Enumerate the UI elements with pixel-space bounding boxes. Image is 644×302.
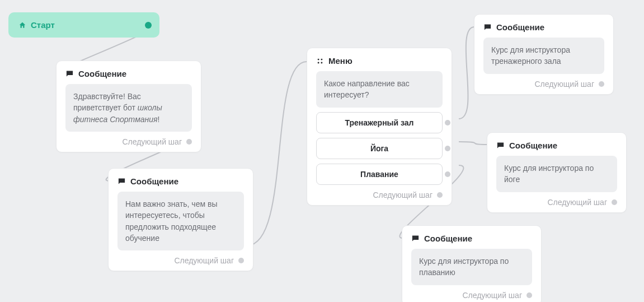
menu-option-gym[interactable]: Тренажерный зал bbox=[316, 112, 443, 133]
node-header: Сообщение bbox=[483, 22, 604, 32]
menu-option-row-yoga: Йога bbox=[316, 138, 443, 159]
out-port[interactable] bbox=[527, 292, 532, 298]
node-title: Меню bbox=[328, 56, 352, 66]
node-header: Меню bbox=[316, 56, 443, 66]
next-step[interactable]: Следующий шаг bbox=[316, 191, 443, 199]
next-step[interactable]: Следующий шаг bbox=[65, 137, 192, 146]
next-step[interactable]: Следующий шаг bbox=[496, 198, 617, 207]
option-out-port[interactable] bbox=[445, 120, 450, 126]
out-port[interactable] bbox=[437, 192, 443, 198]
message-bubble: Здравствуйте! Вас приветствует бот школы… bbox=[65, 84, 192, 132]
svg-point-1 bbox=[321, 58, 322, 60]
node-title: Сообщение bbox=[78, 69, 126, 78]
home-icon bbox=[18, 21, 26, 29]
message-icon bbox=[117, 177, 126, 185]
next-step-label: Следующий шаг bbox=[373, 191, 433, 199]
message-bubble: Нам важно знать, чем вы интересуетесь, ч… bbox=[117, 192, 244, 250]
next-step[interactable]: Следующий шаг bbox=[483, 80, 604, 89]
node-header: Сообщение bbox=[117, 176, 244, 186]
out-port[interactable] bbox=[238, 258, 244, 263]
out-port[interactable] bbox=[186, 139, 192, 145]
message-node-swim[interactable]: Сообщение Курс для инструктора по плаван… bbox=[402, 225, 542, 302]
next-step-label: Следующий шаг bbox=[122, 137, 182, 146]
menu-prompt: Какое направление вас интересует? bbox=[316, 71, 443, 108]
menu-option-row-gym: Тренажерный зал bbox=[316, 112, 443, 133]
svg-point-3 bbox=[321, 62, 322, 63]
node-title: Сообщение bbox=[509, 141, 557, 150]
next-step[interactable]: Следующий шаг bbox=[117, 256, 244, 265]
message-bubble: Курс для инструктора по плаванию bbox=[411, 249, 532, 285]
menu-option-yoga[interactable]: Йога bbox=[316, 138, 443, 159]
start-label: Старт bbox=[31, 20, 55, 30]
start-node[interactable]: Старт bbox=[8, 12, 159, 38]
message-node-gym[interactable]: Сообщение Курс для инструктора тренажерн… bbox=[474, 14, 614, 95]
message-icon bbox=[496, 141, 505, 150]
option-out-port[interactable] bbox=[445, 146, 450, 151]
next-step-label: Следующий шаг bbox=[547, 198, 607, 207]
node-title: Сообщение bbox=[496, 22, 544, 32]
message-icon bbox=[65, 69, 74, 78]
node-header: Сообщение bbox=[496, 141, 617, 150]
svg-point-2 bbox=[318, 62, 319, 63]
node-header: Сообщение bbox=[411, 234, 532, 243]
message-bubble: Курс для инструктора по йоге bbox=[496, 156, 617, 192]
menu-icon bbox=[316, 57, 324, 65]
option-out-port[interactable] bbox=[445, 171, 450, 177]
menu-option-swim[interactable]: Плавание bbox=[316, 164, 443, 185]
message-node-2[interactable]: Сообщение Нам важно знать, чем вы интере… bbox=[108, 168, 253, 271]
next-step-label: Следующий шаг bbox=[462, 291, 522, 300]
next-step-label: Следующий шаг bbox=[534, 80, 594, 89]
message-icon bbox=[411, 234, 420, 243]
node-header: Сообщение bbox=[65, 69, 192, 78]
out-port[interactable] bbox=[612, 199, 617, 205]
start-out-port[interactable] bbox=[145, 22, 152, 29]
message-node-1[interactable]: Сообщение Здравствуйте! Вас приветствует… bbox=[56, 61, 201, 152]
svg-point-0 bbox=[318, 58, 319, 60]
message-bubble: Курс для инструктора тренажерного зала bbox=[483, 38, 604, 74]
node-title: Сообщение bbox=[424, 234, 472, 243]
message-icon bbox=[483, 23, 492, 31]
menu-option-row-swim: Плавание bbox=[316, 164, 443, 185]
menu-node[interactable]: Меню Какое направление вас интересует? Т… bbox=[307, 48, 452, 206]
next-step[interactable]: Следующий шаг bbox=[411, 291, 532, 300]
node-title: Сообщение bbox=[130, 176, 178, 186]
message-node-yoga[interactable]: Сообщение Курс для инструктора по йоге С… bbox=[487, 132, 627, 213]
out-port[interactable] bbox=[599, 81, 604, 87]
next-step-label: Следующий шаг bbox=[174, 256, 234, 265]
